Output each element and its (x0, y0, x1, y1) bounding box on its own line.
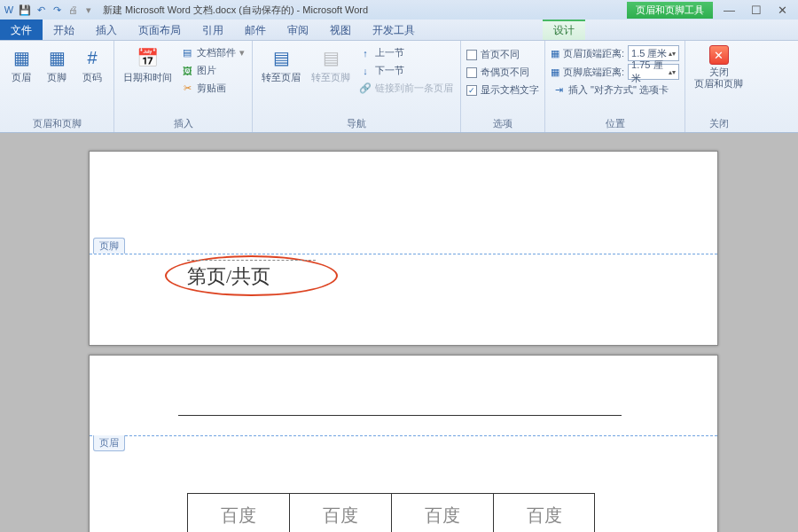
group-navigation: ▤ 转至页眉 ▤ 转至页脚 ↑上一节 ↓下一节 🔗链接到前一条页眉 导航 (253, 41, 461, 132)
word-icon: W (2, 3, 16, 17)
maximize-button[interactable]: ☐ (751, 4, 762, 17)
context-tab-title: 页眉和页脚工具 (627, 2, 713, 19)
save-icon[interactable]: 💾 (18, 3, 32, 17)
tab-home[interactable]: 开始 (43, 20, 85, 40)
header-tag: 页眉 (93, 435, 125, 451)
align-tab-icon: ⇥ (552, 84, 565, 97)
document-canvas[interactable]: 页脚 第页/共页 页眉 百度 百度 百度 百度 (0, 133, 798, 532)
clipart-button[interactable]: ✂剪贴画 (179, 81, 246, 96)
link-previous-button: 🔗链接到前一条页眉 (357, 81, 455, 96)
prev-icon: ↑ (359, 47, 372, 59)
minimize-button[interactable]: — (724, 4, 735, 17)
footer-icon: ▦ (44, 45, 69, 70)
group-label: 位置 (551, 115, 679, 132)
show-text-checkbox[interactable]: ✓显示文档文字 (466, 82, 539, 98)
footer-tag: 页脚 (93, 238, 125, 254)
next-icon: ↓ (359, 65, 372, 77)
undo-icon[interactable]: ↶ (34, 3, 48, 17)
diff-first-checkbox[interactable]: 首页不同 (466, 47, 539, 62)
tab-mailings[interactable]: 邮件 (234, 20, 277, 40)
prev-section-button[interactable]: ↑上一节 (357, 45, 455, 60)
page-number-button[interactable]: # 页码 (76, 43, 108, 85)
footer-distance-spinner[interactable]: ▦ 页脚底端距离: 1.75 厘米▴▾ (551, 64, 679, 80)
qat-dropdown-icon[interactable]: ▾ (82, 3, 96, 17)
print-icon[interactable]: 🖨 (66, 3, 80, 17)
footer-boundary (90, 254, 717, 254)
calendar-icon: 📅 (136, 45, 160, 70)
next-section-button[interactable]: ↓下一节 (357, 63, 455, 78)
header-rule (178, 415, 622, 416)
quick-access-toolbar: W 💾 ↶ ↷ 🖨 ▾ (0, 3, 96, 17)
datetime-button[interactable]: 📅 日期和时间 (120, 43, 176, 85)
diff-oddeven-checkbox[interactable]: 奇偶页不同 (466, 65, 539, 80)
group-label: 选项 (466, 115, 539, 132)
page-number-icon: # (80, 45, 105, 70)
footer-dist-icon: ▦ (551, 66, 559, 78)
link-icon: 🔗 (359, 82, 372, 95)
group-label: 页眉和页脚 (5, 115, 108, 132)
header-boundary (90, 435, 717, 436)
header-icon: ▦ (9, 45, 34, 70)
goto-header-icon: ▤ (269, 45, 293, 70)
quickparts-button[interactable]: ▤文档部件 ▾ (179, 45, 246, 60)
text-underline (187, 260, 316, 261)
group-insert: 📅 日期和时间 ▤文档部件 ▾ 🖼图片 ✂剪贴画 插入 (114, 41, 253, 132)
table-cell[interactable]: 百度 (187, 493, 289, 532)
tab-layout[interactable]: 页面布局 (128, 20, 192, 40)
goto-header-button[interactable]: ▤ 转至页眉 (258, 43, 304, 85)
clipart-icon: ✂ (181, 82, 193, 95)
picture-icon: 🖼 (181, 65, 193, 77)
checkbox-icon (466, 50, 477, 60)
tab-insert[interactable]: 插入 (85, 20, 128, 40)
spinner-arrows-icon[interactable]: ▴▾ (669, 69, 676, 75)
close-window-button[interactable]: ✕ (778, 4, 787, 17)
page-2[interactable]: 页眉 百度 百度 百度 百度 (89, 355, 718, 532)
header-button[interactable]: ▦ 页眉 (5, 43, 37, 85)
title-bar: W 💾 ↶ ↷ 🖨 ▾ 新建 Microsoft Word 文档.docx (自… (0, 0, 798, 20)
group-close: ✕ 关闭页眉和页脚 关闭 (685, 41, 752, 132)
group-label: 插入 (120, 115, 246, 132)
header-dist-icon: ▦ (551, 48, 559, 59)
checkbox-icon (466, 67, 477, 78)
close-icon: ✕ (709, 45, 729, 65)
goto-footer-icon: ▤ (318, 45, 343, 70)
spinner-arrows-icon[interactable]: ▴▾ (669, 51, 676, 57)
picture-button[interactable]: 🖼图片 (179, 63, 246, 78)
align-tab-button[interactable]: ⇥插入 "对齐方式" 选项卡 (551, 82, 679, 98)
tab-developer[interactable]: 开发工具 (362, 20, 426, 40)
ribbon: ▦ 页眉 ▦ 页脚 # 页码 页眉和页脚 📅 日期和时间 ▤文档部件 ▾ 🖼图片 (0, 41, 798, 133)
tab-references[interactable]: 引用 (192, 20, 234, 40)
table-cell[interactable]: 百度 (391, 493, 493, 532)
close-header-footer-button[interactable]: ✕ 关闭页眉和页脚 (691, 43, 747, 91)
group-label: 导航 (258, 115, 455, 132)
footer-button[interactable]: ▦ 页脚 (41, 43, 73, 85)
footer-text[interactable]: 第页/共页 (187, 263, 270, 290)
window-title: 新建 Microsoft Word 文档.docx (自动保存的) - Micr… (96, 4, 627, 17)
group-header-footer: ▦ 页眉 ▦ 页脚 # 页码 页眉和页脚 (0, 41, 114, 132)
table-cell[interactable]: 百度 (493, 493, 595, 532)
checkbox-icon: ✓ (466, 85, 477, 96)
quickparts-icon: ▤ (181, 47, 193, 59)
window-controls: — ☐ ✕ (713, 4, 798, 17)
tab-review[interactable]: 审阅 (277, 20, 319, 40)
ribbon-tabs: 文件 开始 插入 页面布局 引用 邮件 审阅 视图 开发工具 设计 (0, 20, 798, 41)
tab-design[interactable]: 设计 (543, 20, 585, 40)
tab-file[interactable]: 文件 (0, 20, 43, 40)
page-1[interactable]: 页脚 第页/共页 (89, 151, 718, 346)
group-label: 关闭 (691, 115, 747, 132)
tab-view[interactable]: 视图 (319, 20, 362, 40)
redo-icon[interactable]: ↷ (50, 3, 64, 17)
document-table[interactable]: 百度 百度 百度 百度 (187, 493, 595, 532)
table-cell[interactable]: 百度 (289, 493, 391, 532)
group-position: ▦ 页眉顶端距离: 1.5 厘米▴▾ ▦ 页脚底端距离: 1.75 厘米▴▾ ⇥… (545, 41, 685, 132)
group-options: 首页不同 奇偶页不同 ✓显示文档文字 选项 (461, 41, 545, 132)
goto-footer-button[interactable]: ▤ 转至页脚 (308, 43, 354, 85)
